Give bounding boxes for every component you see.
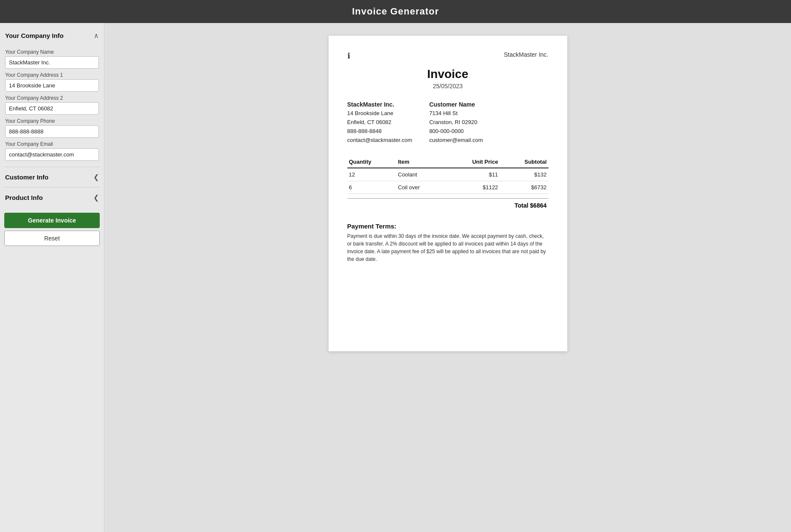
company-name-input[interactable] [5, 56, 99, 69]
payment-terms-title: Payment Terms: [347, 223, 549, 230]
divider-2 [4, 187, 100, 188]
to-phone: 800-000-0000 [429, 127, 483, 136]
reset-button[interactable]: Reset [4, 231, 100, 246]
row-unit-price: $11 [444, 168, 499, 181]
main-layout: Your Company Info ∧ Your Company Name Yo… [0, 23, 791, 532]
row-item: Coil over [396, 181, 445, 194]
to-address2: Cranston, RI 02920 [429, 118, 483, 127]
company-phone-input[interactable] [5, 125, 99, 138]
product-section-title: Product Info [5, 194, 43, 201]
your-company-chevron-icon: ∧ [94, 32, 99, 40]
customer-chevron-icon: ❮ [93, 173, 99, 181]
invoice-logo-icon: ℹ [347, 51, 350, 61]
col-item: Item [396, 156, 445, 168]
from-address2: Enfield, CT 06082 [347, 118, 413, 127]
app-title: Invoice Generator [352, 6, 439, 17]
company-name-label: Your Company Name [5, 49, 99, 55]
from-name: StackMaster Inc. [347, 100, 413, 109]
your-company-section-header[interactable]: Your Company Info ∧ [4, 28, 100, 43]
to-address-block: Customer Name 7134 Hill St Cranston, RI … [429, 100, 483, 145]
from-address1: 14 Brookside Lane [347, 109, 413, 118]
row-subtotal: $6732 [500, 181, 549, 194]
company-address1-input[interactable] [5, 79, 99, 92]
your-company-section-content: Your Company Name Your Company Address 1… [4, 43, 100, 165]
divider-1 [4, 167, 100, 167]
sidebar: Your Company Info ∧ Your Company Name Yo… [0, 23, 104, 532]
company-email-input[interactable] [5, 148, 99, 161]
app-header: Invoice Generator [0, 0, 791, 23]
product-section-header[interactable]: Product Info ❮ [4, 189, 100, 206]
customer-section-header[interactable]: Customer Info ❮ [4, 169, 100, 185]
to-name: Customer Name [429, 100, 483, 109]
invoice-title-block: Invoice 25/05/2023 [347, 67, 549, 90]
from-phone: 888-888-8848 [347, 127, 413, 136]
customer-section-title: Customer Info [5, 173, 49, 181]
your-company-section-title: Your Company Info [5, 32, 64, 39]
to-email: customer@email.com [429, 136, 483, 145]
from-email: contact@stackmaster.com [347, 136, 413, 145]
generate-invoice-button[interactable]: Generate Invoice [4, 213, 100, 228]
row-quantity: 6 [347, 181, 396, 194]
company-address2-input[interactable] [5, 102, 99, 115]
table-header-row: Quantity Item Unit Price Subtotal [347, 156, 549, 168]
invoice-header-company-name: StackMaster Inc. [504, 51, 548, 58]
row-quantity: 12 [347, 168, 396, 181]
table-row: 12 Coolant $11 $132 [347, 168, 549, 181]
col-quantity: Quantity [347, 156, 396, 168]
payment-terms-block: Payment Terms: Payment is due within 30 … [347, 223, 549, 263]
col-subtotal: Subtotal [500, 156, 549, 168]
payment-terms-text: Payment is due within 30 days of the inv… [347, 232, 549, 263]
invoice-date: 25/05/2023 [347, 83, 549, 90]
invoice-table: Quantity Item Unit Price Subtotal 12 Coo… [347, 156, 549, 194]
invoice-paper: ℹ StackMaster Inc. Invoice 25/05/2023 St… [329, 36, 567, 351]
table-row: 6 Coil over $1122 $6732 [347, 181, 549, 194]
total-label: Total [514, 202, 530, 209]
row-unit-price: $1122 [444, 181, 499, 194]
invoice-total-row: Total $6864 [347, 198, 549, 212]
invoice-title: Invoice [347, 67, 549, 81]
company-address1-label: Your Company Address 1 [5, 72, 99, 78]
to-address1: 7134 Hill St [429, 109, 483, 118]
product-chevron-icon: ❮ [93, 194, 99, 202]
invoice-top-row: ℹ StackMaster Inc. [347, 51, 549, 61]
invoice-addresses: StackMaster Inc. 14 Brookside Lane Enfie… [347, 100, 549, 145]
col-unit-price: Unit Price [444, 156, 499, 168]
company-phone-label: Your Company Phone [5, 118, 99, 124]
row-item: Coolant [396, 168, 445, 181]
invoice-preview-area: ℹ StackMaster Inc. Invoice 25/05/2023 St… [104, 23, 791, 532]
row-subtotal: $132 [500, 168, 549, 181]
total-value: $6864 [530, 202, 547, 209]
from-address-block: StackMaster Inc. 14 Brookside Lane Enfie… [347, 100, 413, 145]
company-address2-label: Your Company Address 2 [5, 95, 99, 101]
company-email-label: Your Company Email [5, 141, 99, 147]
